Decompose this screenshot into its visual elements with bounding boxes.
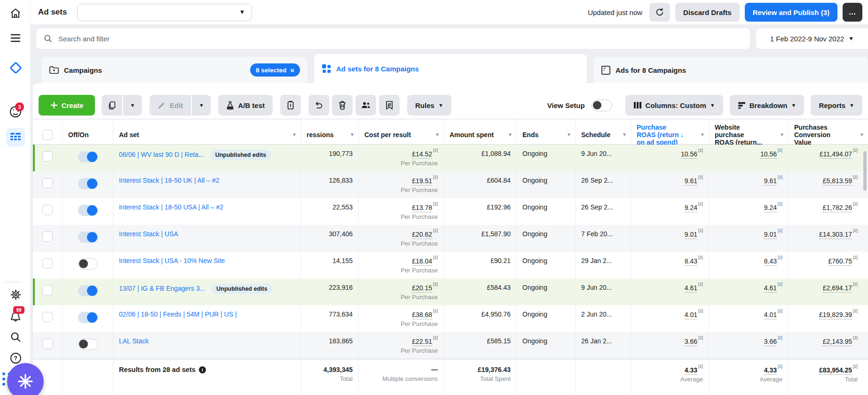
edit-menu-button[interactable]: ▼ — [192, 95, 211, 116]
clear-selection-icon[interactable]: × — [290, 67, 294, 74]
footer-proas: 4.33[2]Average — [631, 359, 709, 395]
tab-campaigns[interactable]: Campaigns 8 selected × — [41, 57, 308, 83]
tab-adsets[interactable]: Ad sets for 8 Campaigns — [314, 54, 587, 83]
ends-cell: Ongoing — [517, 332, 576, 359]
schedule-cell: 26 Jan 2... — [576, 332, 631, 359]
row-toggle-cell — [63, 198, 113, 225]
create-button[interactable]: Create — [39, 95, 95, 116]
pin-button[interactable] — [280, 95, 301, 116]
row-toggle-cell — [63, 225, 113, 252]
search-bar[interactable] — [36, 28, 750, 49]
table-row: Interest Stack | 18-50 USA | All – #2 22… — [33, 198, 868, 225]
row-select-cell — [33, 171, 63, 198]
adset-name-link[interactable]: Interest Stack | 18-50 USA | All – #2 — [119, 203, 223, 211]
schedule-cell: 7 Feb 20... — [576, 225, 631, 252]
row-checkbox[interactable] — [42, 339, 53, 349]
website-roas-cell: 4.01[2] — [709, 305, 789, 332]
home-icon[interactable] — [6, 4, 25, 23]
row-toggle[interactable] — [78, 258, 98, 270]
review-publish-button[interactable]: Review and Publish (3) — [745, 3, 837, 22]
table-row: LAL Stack 183,865 £22.51[2] Per Purchase… — [33, 332, 868, 359]
table-row: Interest Stack | USA 307,406 £20.62[2] P… — [33, 225, 868, 252]
purchase-roas-cell: 9.61[2] — [631, 171, 709, 198]
automated-rules-button[interactable] — [379, 95, 400, 116]
duplicate-button[interactable] — [102, 95, 122, 116]
row-checkbox[interactable] — [42, 232, 53, 242]
duplicate-menu-button[interactable]: ▼ — [123, 95, 142, 116]
sidebar-search-icon[interactable] — [6, 328, 25, 347]
row-checkbox[interactable] — [42, 285, 53, 295]
row-select-cell — [33, 332, 63, 359]
undo-button[interactable] — [308, 95, 329, 116]
delete-button[interactable] — [332, 95, 353, 116]
row-toggle[interactable] — [78, 178, 98, 189]
ads-manager-icon[interactable] — [6, 58, 25, 77]
rules-button[interactable]: Rules ▼ — [407, 95, 451, 116]
row-checkbox[interactable] — [42, 205, 53, 215]
assistant-fab[interactable] — [7, 363, 44, 395]
purchase-roas-cell: 9.01[2] — [631, 225, 709, 252]
row-checkbox[interactable] — [42, 312, 53, 322]
row-toggle[interactable] — [78, 312, 98, 323]
settings-gear-icon[interactable] — [6, 285, 25, 304]
rules-label: Rules — [415, 101, 434, 109]
adset-name-link[interactable]: Interest Stack | 18-50 UK | All – #2 — [119, 177, 220, 184]
row-checkbox[interactable] — [42, 178, 53, 188]
row-toggle-cell — [63, 332, 113, 359]
discard-drafts-button[interactable]: Discard Drafts — [675, 3, 740, 22]
breakdown-icon — [738, 101, 746, 109]
row-toggle[interactable] — [78, 232, 98, 243]
adset-name-link[interactable]: 13/07 | IG & FB Engagers 3... — [119, 285, 205, 292]
refresh-button[interactable] — [649, 3, 670, 22]
date-range-picker[interactable]: 1 Feb 2022-9 Nov 2022 ▼ — [756, 28, 868, 49]
purchases-conv-value-cell: £5,813.59[2] — [789, 171, 868, 198]
view-setup-toggle[interactable] — [592, 100, 612, 111]
row-checkbox[interactable] — [42, 151, 53, 162]
row-select-cell — [33, 252, 63, 279]
adset-name-link[interactable]: 02/06 | 18-50 | Feeds | 54M | PUR | US | — [119, 310, 237, 318]
adset-name-link[interactable]: LAL Stack — [119, 337, 149, 345]
impressions-cell: 14,155 — [301, 252, 359, 279]
more-options-button[interactable]: … — [843, 3, 862, 22]
row-toggle-cell — [63, 279, 113, 305]
purchase-roas-cell: 4.61[2] — [631, 279, 709, 305]
adset-name-link[interactable]: Interest Stack | USA — [119, 230, 178, 238]
ends-cell: Ongoing — [517, 225, 576, 252]
adset-name-link[interactable]: Interest Stack | USA - 10% New Site — [119, 257, 225, 264]
vertical-scrollbar[interactable] — [863, 151, 867, 191]
row-toggle[interactable] — [78, 205, 98, 216]
ab-test-button[interactable]: A/B test — [218, 95, 273, 116]
selected-count-pill[interactable]: 8 selected × — [250, 63, 300, 77]
create-label: Create — [62, 101, 84, 109]
columns-button[interactable]: Columns: Custom ▼ — [625, 95, 723, 116]
footer-spacer — [63, 359, 113, 395]
table-row: Interest Stack | USA - 10% New Site 14,1… — [33, 252, 868, 279]
tab-ads[interactable]: Ads for 8 Campaigns — [593, 57, 868, 83]
footer-impressions: 4,393,345Total — [301, 359, 359, 395]
reports-button[interactable]: Reports ▼ — [811, 95, 862, 116]
table-header: Off/On Ad set▼ ressions▼ Cost per result… — [33, 119, 868, 145]
select-all-checkbox[interactable] — [42, 130, 53, 140]
pencil-icon — [158, 101, 166, 109]
row-toggle[interactable] — [78, 151, 98, 163]
breakdown-button[interactable]: Breakdown ▼ — [730, 95, 805, 116]
ads-reporting-icon[interactable] — [6, 128, 25, 147]
chevron-down-icon: ▼ — [199, 102, 204, 108]
info-icon[interactable]: i — [199, 366, 206, 373]
row-toggle[interactable] — [78, 285, 98, 296]
adset-name-link[interactable]: 08/06 | WV last 90 D | Reta... — [119, 151, 204, 158]
chevron-down-icon: ▼ — [130, 102, 135, 108]
row-toggle[interactable] — [78, 339, 98, 350]
menu-icon[interactable] — [6, 29, 25, 47]
people-icon — [361, 101, 371, 109]
footer-results: Results from 28 ad setsi — [113, 359, 301, 395]
row-checkbox[interactable] — [42, 258, 53, 269]
view-setup-label: View Setup — [547, 101, 585, 109]
adset-select[interactable]: ▼ — [77, 4, 252, 21]
search-input[interactable] — [58, 35, 743, 43]
chevron-down-icon: ▼ — [849, 102, 854, 108]
audiences-button[interactable] — [355, 95, 376, 116]
notifications-badge: 99 — [13, 306, 24, 314]
row-toggle-cell — [63, 171, 113, 198]
edit-button[interactable]: Edit — [150, 95, 191, 116]
